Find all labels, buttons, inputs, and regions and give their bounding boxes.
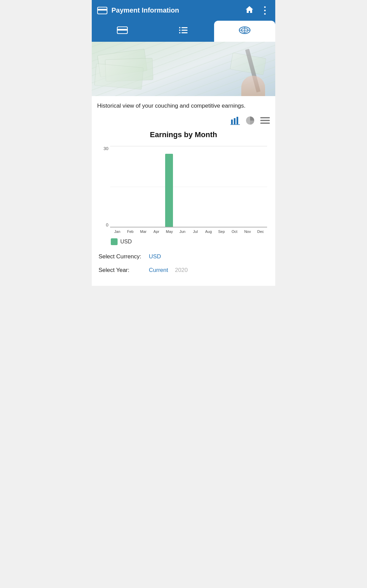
bar-col-dec <box>254 146 267 227</box>
legend-color-usd <box>111 238 118 245</box>
legend-label-usd: USD <box>120 239 132 245</box>
tab-earnings[interactable] <box>214 21 275 42</box>
bar-col-jan <box>110 146 123 227</box>
home-icon[interactable] <box>245 5 254 16</box>
bar-may[interactable] <box>165 154 173 227</box>
bar-col-may <box>162 146 176 227</box>
bar-col-sep <box>215 146 228 227</box>
svg-rect-1 <box>98 9 107 11</box>
svg-point-10 <box>179 32 180 34</box>
description-text: Historical view of your couching and com… <box>97 102 270 110</box>
x-label-nov: Nov <box>241 229 254 234</box>
bar-col-mar <box>136 146 150 227</box>
year-current-value[interactable]: Current <box>149 267 168 274</box>
list-view-icon[interactable] <box>260 116 270 127</box>
header-right: ⋮ <box>245 5 270 16</box>
x-label-sep: Sep <box>215 229 228 234</box>
tab-list-icon <box>179 26 188 36</box>
tab-bar <box>92 21 275 42</box>
svg-rect-5 <box>181 27 188 28</box>
x-labels: JanFebMarAprMayJunJulAugSepOctNovDec <box>111 229 267 234</box>
bar-col-nov <box>241 146 254 227</box>
chart-wrapper: 30 0 <box>100 146 267 227</box>
x-label-oct: Oct <box>228 229 241 234</box>
page-title: Payment Information <box>111 6 179 14</box>
x-label-jan: Jan <box>111 229 124 234</box>
year-label: Select Year: <box>99 267 146 274</box>
svg-rect-4 <box>117 29 127 31</box>
svg-rect-16 <box>234 118 235 124</box>
svg-rect-7 <box>181 32 188 33</box>
x-label-dec: Dec <box>254 229 267 234</box>
x-label-aug: Aug <box>202 229 215 234</box>
svg-point-9 <box>179 30 180 31</box>
bill-3 <box>94 63 143 90</box>
x-label-may: May <box>163 229 176 234</box>
bar-col-aug <box>202 146 215 227</box>
y-axis: 30 0 <box>100 146 110 227</box>
x-label-feb: Feb <box>124 229 137 234</box>
bar-col-jul <box>189 146 202 227</box>
bar-col-oct <box>228 146 241 227</box>
svg-point-8 <box>179 27 180 29</box>
pie-chart-icon[interactable] <box>245 116 255 128</box>
svg-rect-21 <box>260 120 270 121</box>
currency-label: Select Currency: <box>99 253 146 260</box>
currency-value[interactable]: USD <box>149 253 161 260</box>
tab-list[interactable] <box>153 21 214 42</box>
svg-rect-6 <box>181 30 188 31</box>
svg-rect-20 <box>260 117 270 118</box>
svg-rect-17 <box>237 117 238 124</box>
chart-title: Earnings by Month <box>97 130 270 139</box>
more-icon[interactable]: ⋮ <box>260 5 270 16</box>
x-label-mar: Mar <box>137 229 150 234</box>
card-header-icon <box>97 7 107 14</box>
chart-controls <box>97 116 270 128</box>
hero-image <box>92 42 275 96</box>
x-label-jul: Jul <box>189 229 202 234</box>
tab-earnings-icon <box>239 26 251 36</box>
svg-marker-2 <box>246 6 253 13</box>
tab-card[interactable] <box>92 21 153 42</box>
svg-rect-22 <box>260 123 270 124</box>
header-left: Payment Information <box>97 6 179 14</box>
header: Payment Information ⋮ <box>92 0 275 21</box>
year-2020-value[interactable]: 2020 <box>175 267 188 274</box>
y-label-0: 0 <box>106 222 110 227</box>
x-label-jun: Jun <box>176 229 189 234</box>
chart-legend: USD <box>111 238 267 245</box>
year-select-row: Select Year: Current 2020 <box>99 267 268 274</box>
main-content: Historical view of your couching and com… <box>92 96 275 286</box>
bar-col-feb <box>123 146 137 227</box>
svg-rect-15 <box>231 120 233 124</box>
bar-chart-icon[interactable] <box>230 116 240 127</box>
bar-col-apr <box>150 146 163 227</box>
bar-chart-container: 30 0 JanFebMarAprMayJunJulAugSepOctNovDe… <box>97 146 270 245</box>
select-section: Select Currency: USD Select Year: Curren… <box>97 253 270 274</box>
currency-select-row: Select Currency: USD <box>99 253 268 260</box>
y-label-30: 30 <box>104 146 110 151</box>
x-label-apr: Apr <box>150 229 163 234</box>
tab-card-icon <box>117 26 128 36</box>
bar-col-jun <box>176 146 189 227</box>
bars-area <box>110 146 267 227</box>
